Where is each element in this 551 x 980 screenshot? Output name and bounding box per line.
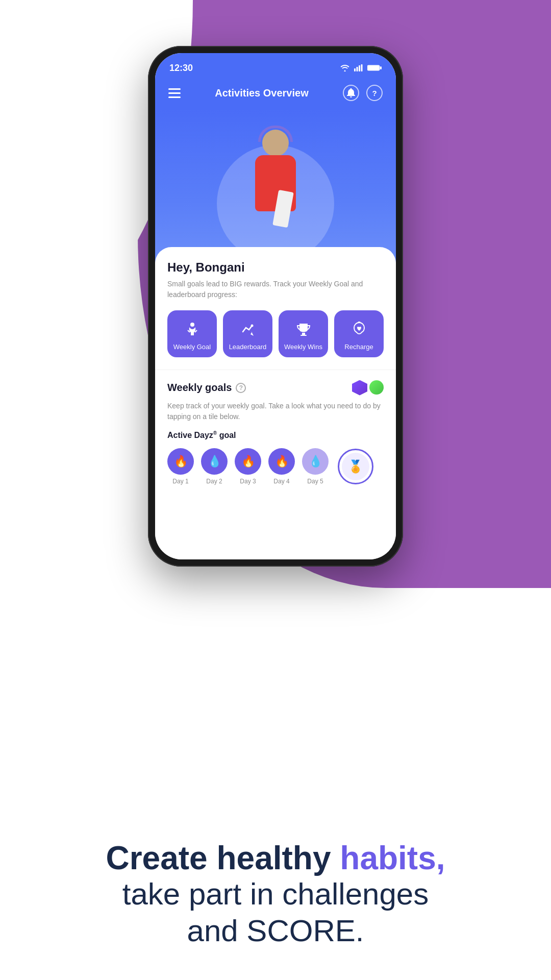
section-title-weekly-goals: Weekly goals ?: [167, 382, 246, 394]
action-leaderboard[interactable]: Leaderboard: [223, 310, 272, 357]
screen-content: Activities Overview ?: [155, 80, 396, 559]
weekly-goals-description: Keep track of your weekly goal. Take a l…: [167, 401, 384, 422]
help-button[interactable]: ?: [366, 85, 383, 101]
svg-rect-5: [368, 66, 377, 70]
action-recharge[interactable]: Recharge: [334, 310, 384, 357]
promo-line3: and SCORE.: [31, 913, 520, 949]
phone-frame: 12:30: [148, 46, 403, 567]
svg-rect-0: [354, 68, 356, 71]
recharge-icon: [349, 318, 369, 339]
day-circle-3: 🔥: [235, 448, 261, 475]
menu-button[interactable]: [168, 88, 181, 98]
person-towel: [272, 190, 294, 228]
day-label-2: Day 2: [206, 478, 222, 485]
signal-icon: [354, 64, 363, 71]
day-item-5[interactable]: 💧 Day 5: [302, 448, 329, 485]
phone-wrapper: 12:30: [148, 46, 403, 567]
promo-section: Create healthy habits, take part in chal…: [0, 840, 551, 949]
phone-screen: 12:30: [155, 53, 396, 559]
day-circle-2: 💧: [201, 448, 228, 475]
day-label-4: Day 4: [273, 478, 289, 485]
reward-circle[interactable]: 🏅: [338, 449, 373, 484]
person-torso: [255, 155, 296, 211]
weekly-wins-icon: [293, 318, 314, 339]
active-dayz-title: Active Dayz® goal: [167, 430, 384, 440]
action-label-leaderboard: Leaderboard: [229, 343, 267, 351]
day-item-1[interactable]: 🔥 Day 1: [167, 448, 194, 485]
svg-rect-2: [359, 65, 360, 71]
hero-section: [155, 109, 396, 262]
action-label-recharge: Recharge: [344, 343, 373, 351]
svg-rect-11: [302, 333, 305, 335]
reward-inner: 🏅: [342, 453, 369, 480]
svg-rect-1: [357, 67, 358, 71]
weekly-goal-icon: [182, 318, 203, 339]
day-circle-5: 💧: [302, 448, 329, 475]
quick-actions: Weekly Goal Leaderboard: [167, 310, 384, 357]
promo-line1: Create healthy habits,: [31, 840, 520, 876]
white-card: Hey, Bongani Small goals lead to BIG rew…: [155, 247, 396, 559]
notification-button[interactable]: [343, 85, 359, 101]
day-tracker: 🔥 Day 1 💧 Day 2 🔥 Day 3: [167, 448, 384, 485]
status-time: 12:30: [169, 63, 193, 74]
wifi-icon: [340, 64, 350, 71]
day-label-3: Day 3: [240, 478, 256, 485]
status-icons: [340, 64, 382, 71]
svg-point-7: [190, 323, 194, 327]
action-label-weekly-goal: Weekly Goal: [173, 343, 211, 351]
day-circle-4: 🔥: [268, 448, 295, 475]
info-icon[interactable]: ?: [236, 383, 246, 393]
person-head: [262, 130, 289, 156]
day-item-3[interactable]: 🔥 Day 3: [235, 448, 261, 485]
day-label-1: Day 1: [172, 478, 188, 485]
svg-point-10: [251, 325, 253, 327]
purple-gem-icon: [352, 380, 367, 396]
green-gem-icon: [369, 380, 384, 395]
header-icons: ?: [343, 85, 383, 101]
person-body: [235, 130, 316, 262]
svg-rect-3: [361, 64, 363, 71]
promo-accent: habits,: [340, 840, 445, 876]
help-icon: ?: [372, 89, 377, 97]
day-item-4[interactable]: 🔥 Day 4: [268, 448, 295, 485]
action-weekly-goal[interactable]: Weekly Goal: [167, 310, 217, 357]
app-header: Activities Overview ?: [155, 80, 396, 109]
greeting-name: Hey, Bongani: [167, 260, 384, 275]
leaderboard-icon: [238, 318, 258, 339]
header-title: Activities Overview: [215, 87, 308, 99]
divider-1: [155, 370, 396, 370]
status-bar: 12:30: [155, 53, 396, 80]
day-circle-1: 🔥: [167, 448, 194, 475]
svg-rect-12: [300, 335, 307, 336]
day-item-2[interactable]: 💧 Day 2: [201, 448, 228, 485]
promo-line2: take part in challenges: [31, 876, 520, 913]
battery-icon: [367, 64, 382, 71]
hero-person: [224, 119, 327, 262]
greeting-subtitle: Small goals lead to BIG rewards. Track y…: [167, 279, 384, 300]
action-weekly-wins[interactable]: Weekly Wins: [279, 310, 328, 357]
day-label-5: Day 5: [307, 478, 323, 485]
gem-icons: [352, 380, 384, 396]
svg-rect-6: [380, 66, 382, 69]
action-label-weekly-wins: Weekly Wins: [284, 343, 322, 351]
weekly-goals-header: Weekly goals ?: [167, 380, 384, 396]
